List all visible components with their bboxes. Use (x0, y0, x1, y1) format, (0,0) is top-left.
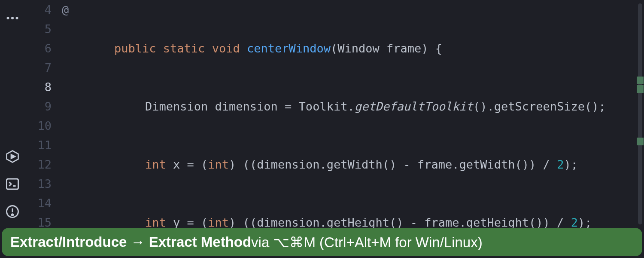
line-number: 5 (25, 19, 52, 39)
svg-rect-5 (7, 179, 18, 189)
line-number: 7 (25, 58, 52, 77)
svg-point-8 (12, 214, 13, 216)
line-number: 14 (25, 194, 52, 213)
run-icon[interactable] (5, 149, 20, 164)
scrollbar-vertical[interactable] (636, 0, 644, 228)
line-gutter: 4 5 6 7 8 9 10 11 12 13 14 15 (25, 0, 59, 228)
tip-text: via ⌥⌘M (Ctrl+Alt+M for Win/Linux) (251, 234, 483, 251)
code-line[interactable]: int x = (int) ((dimension.getWidth() - f… (89, 155, 636, 174)
svg-point-1 (11, 17, 14, 19)
line-number: 11 (25, 135, 52, 155)
tool-sidebar (0, 0, 25, 228)
scrollbar-change-marker (637, 85, 644, 93)
editor-area: 4 5 6 7 8 9 10 11 12 13 14 15 @ public s… (0, 0, 644, 228)
scrollbar-change-marker (637, 138, 644, 145)
line-number: 13 (25, 174, 52, 194)
code-line[interactable]: Dimension dimension = Toolkit.getDefault… (89, 97, 636, 116)
problems-icon[interactable] (5, 204, 20, 219)
line-number: 4 (25, 0, 52, 19)
terminal-icon[interactable] (5, 176, 20, 192)
line-number-active: 8 (25, 77, 52, 97)
line-number: 12 (25, 155, 52, 174)
gutter-marks: @ (59, 0, 89, 228)
svg-point-0 (7, 17, 9, 19)
svg-point-2 (16, 17, 18, 19)
code-editor[interactable]: 4 5 6 7 8 9 10 11 12 13 14 15 @ public s… (25, 0, 644, 228)
tip-banner: Extract/Introduce → Extract Method via ⌥… (2, 228, 642, 256)
scrollbar-change-marker (637, 77, 644, 84)
tip-title: Extract/Introduce → Extract Method (10, 234, 251, 250)
code-content[interactable]: public static void centerWindow(Window f… (89, 0, 636, 228)
more-icon[interactable] (5, 10, 20, 26)
code-line[interactable]: int y = (int) ((dimension.getHeight() - … (89, 213, 636, 228)
line-number: 15 (25, 213, 52, 228)
code-line[interactable]: public static void centerWindow(Window f… (89, 39, 636, 58)
line-number: 10 (25, 116, 52, 135)
line-number: 6 (25, 39, 52, 58)
svg-marker-4 (11, 155, 15, 159)
line-number: 9 (25, 97, 52, 116)
method-marker: @ (62, 0, 89, 19)
